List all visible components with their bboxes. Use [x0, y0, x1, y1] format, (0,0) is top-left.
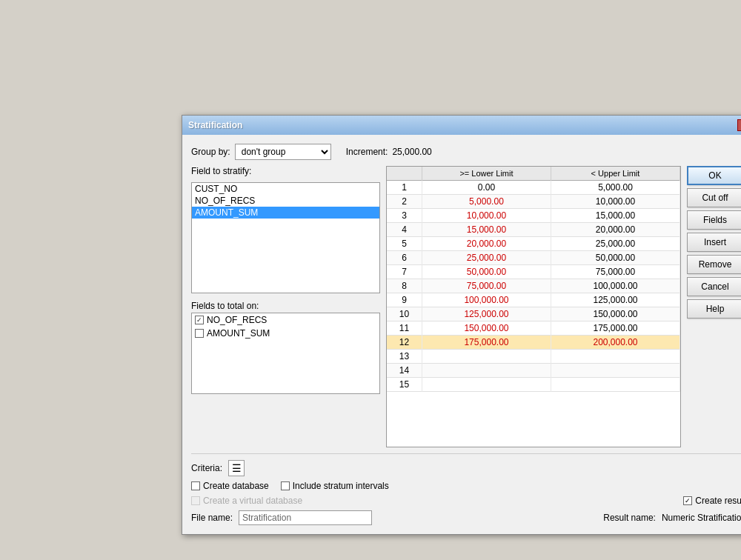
close-button[interactable]: ✕ — [737, 119, 741, 131]
row-num: 5 — [387, 237, 422, 251]
table-row[interactable]: 12175,000.00200,000.00 — [387, 336, 680, 350]
criteria-row: Criteria: ☰ — [191, 460, 741, 476]
row-lower[interactable]: 175,000.00 — [422, 336, 551, 350]
table-row[interactable]: 9100,000.00125,000.00 — [387, 293, 680, 307]
row-lower[interactable]: 5,000.00 — [422, 195, 551, 209]
table-row[interactable]: 10125,000.00150,000.00 — [387, 307, 680, 321]
include-stratum-group[interactable]: Include stratum intervals — [281, 481, 389, 491]
row-upper[interactable] — [551, 378, 679, 392]
table-row[interactable]: 14 — [387, 364, 680, 378]
row-upper[interactable]: 5,000.00 — [551, 181, 679, 195]
row-upper[interactable]: 15,000.00 — [551, 209, 679, 223]
row-num: 14 — [387, 364, 422, 378]
table-row[interactable]: 520,000.0025,000.00 — [387, 237, 680, 251]
group-by-label: Group by: — [191, 147, 230, 157]
totals-section: Fields to total on: NO_OF_RECS AMOUNT_SU… — [191, 301, 380, 394]
row-lower[interactable]: 10,000.00 — [422, 209, 551, 223]
row-upper[interactable]: 100,000.00 — [551, 279, 679, 293]
increment-label: Increment: — [346, 147, 388, 157]
row-upper[interactable]: 175,000.00 — [551, 321, 679, 336]
middle-panel: >= Lower Limit < Upper Limit 10.005,000.… — [386, 166, 681, 447]
row-lower[interactable]: 50,000.00 — [422, 265, 551, 279]
criteria-icon[interactable]: ☰ — [228, 460, 245, 476]
table-row[interactable]: 750,000.0075,000.00 — [387, 265, 680, 279]
row-lower[interactable]: 150,000.00 — [422, 321, 551, 336]
col-header-lower: >= Lower Limit — [422, 167, 551, 181]
total-item-amount-sum[interactable]: AMOUNT_SUM — [192, 327, 379, 340]
bottom-left-checkboxes: Create a virtual database — [191, 496, 302, 506]
table-row[interactable]: 15 — [387, 378, 680, 392]
table-row[interactable]: 310,000.0015,000.00 — [387, 209, 680, 223]
row-upper[interactable]: 75,000.00 — [551, 265, 679, 279]
checkbox-amount-sum[interactable] — [195, 329, 204, 338]
row-lower[interactable]: 15,000.00 — [422, 223, 551, 237]
right-panel: OK Cut off Fields Insert Remove Cancel H… — [687, 166, 741, 447]
row-num: 11 — [387, 321, 422, 336]
left-panel: Field to stratify: CUST_NO NO_OF_RECS AM… — [191, 166, 380, 447]
total-item-no-of-recs[interactable]: NO_OF_RECS — [192, 313, 379, 327]
cut-off-button[interactable]: Cut off — [687, 188, 741, 207]
list-item-no-of-recs[interactable]: NO_OF_RECS — [192, 195, 379, 207]
table-row[interactable]: 10.005,000.00 — [387, 181, 680, 195]
increment-value: 25,000.00 — [392, 147, 431, 157]
insert-button[interactable]: Insert — [687, 233, 741, 252]
list-item-cust-no[interactable]: CUST_NO — [192, 183, 379, 195]
row-upper[interactable]: 25,000.00 — [551, 237, 679, 251]
row-num: 3 — [387, 209, 422, 223]
table-row[interactable]: 625,000.0050,000.00 — [387, 251, 680, 265]
create-virtual-checkbox[interactable] — [191, 496, 200, 505]
row-lower[interactable] — [422, 364, 551, 378]
row-lower[interactable]: 0.00 — [422, 181, 551, 195]
row-lower[interactable] — [422, 350, 551, 364]
row-lower[interactable]: 125,000.00 — [422, 307, 551, 321]
table-row[interactable]: 13 — [387, 350, 680, 364]
group-by-select[interactable]: don't group by field by expression — [235, 144, 331, 160]
stratification-table-container[interactable]: >= Lower Limit < Upper Limit 10.005,000.… — [386, 166, 681, 447]
create-database-group[interactable]: Create database — [191, 481, 269, 491]
checkbox-no-of-recs[interactable] — [195, 316, 204, 324]
row-num: 12 — [387, 336, 422, 350]
create-database-checkbox[interactable] — [191, 481, 200, 490]
table-row[interactable]: 11150,000.00175,000.00 — [387, 321, 680, 336]
include-stratum-label: Include stratum intervals — [293, 481, 389, 491]
ok-button[interactable]: OK — [687, 166, 741, 185]
row-lower[interactable] — [422, 378, 551, 392]
row-num: 7 — [387, 265, 422, 279]
table-row[interactable]: 25,000.0010,000.00 — [387, 195, 680, 209]
file-name-input[interactable] — [239, 510, 372, 525]
total-label-no-of-recs: NO_OF_RECS — [207, 315, 267, 325]
create-result-checkbox[interactable] — [683, 496, 692, 505]
field-to-stratify-list[interactable]: CUST_NO NO_OF_RECS AMOUNT_SUM — [191, 182, 380, 293]
row-upper[interactable]: 150,000.00 — [551, 307, 679, 321]
row-lower[interactable]: 75,000.00 — [422, 279, 551, 293]
include-stratum-checkbox[interactable] — [281, 481, 290, 490]
row-upper[interactable]: 125,000.00 — [551, 293, 679, 307]
row-upper[interactable]: 10,000.00 — [551, 195, 679, 209]
table-row[interactable]: 415,000.0020,000.00 — [387, 223, 680, 237]
remove-button[interactable]: Remove — [687, 255, 741, 274]
field-to-stratify-label: Field to stratify: — [191, 166, 380, 176]
dialog-body: Group by: don't group by field by expres… — [182, 135, 741, 534]
increment-section: Increment: 25,000.00 — [346, 147, 432, 157]
row-upper[interactable] — [551, 364, 679, 378]
row-lower[interactable]: 25,000.00 — [422, 251, 551, 265]
row-lower[interactable]: 20,000.00 — [422, 237, 551, 251]
table-row[interactable]: 875,000.00100,000.00 — [387, 279, 680, 293]
row-num: 9 — [387, 293, 422, 307]
row-upper[interactable]: 50,000.00 — [551, 251, 679, 265]
create-result-group[interactable]: Create result — [683, 496, 741, 506]
top-row: Group by: don't group by field by expres… — [191, 144, 741, 160]
row-upper[interactable]: 200,000.00 — [551, 336, 679, 350]
checkbox-row: Create database Include stratum interval… — [191, 481, 741, 491]
row-lower[interactable]: 100,000.00 — [422, 293, 551, 307]
row-num: 2 — [387, 195, 422, 209]
row-upper[interactable]: 20,000.00 — [551, 223, 679, 237]
list-item-amount-sum[interactable]: AMOUNT_SUM — [192, 207, 379, 219]
file-name-row: File name: — [191, 510, 372, 525]
result-name-label: Result name: — [603, 513, 656, 523]
help-button[interactable]: Help — [687, 299, 741, 319]
fields-button[interactable]: Fields — [687, 210, 741, 230]
row-upper[interactable] — [551, 350, 679, 364]
cancel-button[interactable]: Cancel — [687, 277, 741, 296]
criteria-label: Criteria: — [191, 463, 222, 473]
